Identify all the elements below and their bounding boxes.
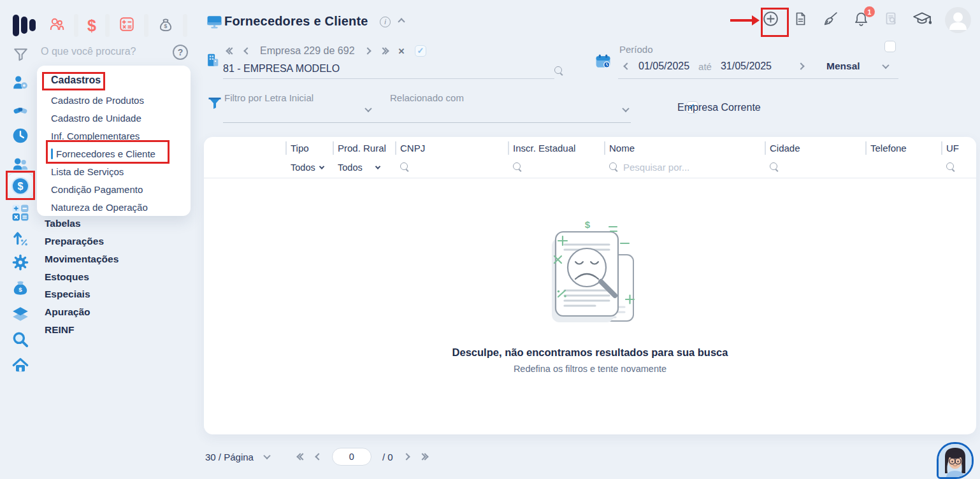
sidebar-section-apuracao[interactable]: Apuração	[45, 306, 90, 318]
menu-item-cadastro-unidade[interactable]: Cadastro de Unidade	[37, 109, 191, 127]
sidebar-search-icon[interactable]	[11, 331, 29, 348]
column-nome[interactable]: Nome	[604, 137, 765, 157]
sidebar-calculator-icon[interactable]	[11, 204, 29, 222]
last-page-button[interactable]	[420, 454, 428, 459]
sidebar-funnel-icon[interactable]	[13, 46, 29, 65]
help-icon[interactable]	[173, 45, 188, 60]
user-avatar[interactable]	[945, 7, 971, 33]
sidebar-search-input[interactable]	[41, 46, 162, 57]
svg-text:$: $	[164, 23, 167, 29]
building-icon	[205, 52, 222, 71]
letter-filter-underline[interactable]	[223, 122, 405, 123]
empty-title: Desculpe, não encontramos resultados par…	[452, 347, 728, 359]
sidebar-home-icon[interactable]	[11, 357, 29, 375]
info-icon[interactable]	[380, 17, 391, 27]
column-blank	[204, 137, 285, 157]
company-position-label: Empresa 229 de 692	[260, 45, 355, 57]
billing-module-icon[interactable]: $	[87, 18, 96, 33]
period-until-label: até	[698, 61, 712, 72]
next-page-button[interactable]	[403, 453, 410, 460]
menu-item-condicao-pagamento[interactable]: Condição Pagamento	[37, 180, 191, 198]
search-icon	[770, 162, 779, 172]
filter-inscr-search[interactable]	[508, 157, 604, 178]
company-search-icon[interactable]	[554, 66, 564, 76]
collapse-chevron-icon[interactable]	[398, 18, 405, 25]
sidebar-section-estoques[interactable]: Estoques	[45, 271, 89, 283]
notes-icon[interactable]	[793, 11, 809, 29]
table-filter-row: Todos Todos	[204, 157, 976, 178]
moneybag-module-icon[interactable]: $	[157, 16, 174, 35]
nome-search-input[interactable]	[623, 162, 719, 173]
per-page-chevron-icon[interactable]	[263, 452, 270, 459]
period-next-button[interactable]	[797, 62, 804, 69]
sidebar-handshake-icon[interactable]	[11, 101, 29, 118]
module-separator	[183, 14, 187, 37]
column-uf[interactable]: UF	[941, 137, 976, 157]
company-first-button[interactable]	[227, 48, 234, 54]
module-separator	[144, 14, 148, 37]
column-inscr-estadual[interactable]: Inscr. Estadual	[508, 137, 604, 157]
menu-item-cadastro-produtos[interactable]: Cadastro de Produtos	[37, 91, 191, 109]
first-page-button[interactable]	[298, 454, 305, 459]
letter-filter-chevron-icon[interactable]	[364, 105, 371, 112]
sidebar-moneybag-icon[interactable]: $	[11, 279, 29, 297]
period-mode-chevron-icon[interactable]	[882, 62, 889, 69]
module-icon-row: $ $	[48, 14, 187, 37]
sidebar-clock-icon[interactable]	[11, 127, 29, 145]
column-prod-rural[interactable]: Prod. Rural	[333, 137, 395, 157]
column-telefone[interactable]: Telefone	[865, 137, 941, 157]
column-tipo[interactable]: Tipo	[285, 137, 333, 157]
notification-badge: 1	[864, 6, 875, 17]
sidebar-gear-icon[interactable]	[11, 254, 29, 271]
period-prev-button[interactable]	[623, 62, 630, 69]
filter-nome-search[interactable]	[604, 157, 765, 178]
company-nav-checkbox[interactable]	[415, 45, 426, 57]
sidebar-section-reinf[interactable]: REINF	[45, 324, 75, 336]
sidebar-layers-icon[interactable]	[11, 305, 29, 323]
related-filter-chevron-icon[interactable]	[622, 105, 629, 112]
filter-uf-search[interactable]	[941, 157, 976, 178]
company-prev-button[interactable]	[243, 47, 250, 54]
company-next-button[interactable]	[364, 47, 371, 54]
no-results-illustration: $	[533, 218, 647, 336]
sidebar-trending-icon[interactable]	[11, 229, 29, 247]
calculator-module-icon[interactable]	[119, 16, 135, 35]
filter-prod-rural-select[interactable]: Todos	[333, 157, 395, 178]
assistant-avatar-button[interactable]	[937, 442, 974, 479]
clients-module-icon[interactable]	[48, 16, 65, 35]
menu-item-lista-servicos[interactable]: Lista de Serviços	[37, 162, 191, 180]
annotation-box-fornecedores	[46, 140, 169, 164]
period-end-date[interactable]: 31/05/2025	[721, 61, 772, 72]
header-checkbox[interactable]	[884, 41, 896, 52]
letter-filter-label: Filtro por Letra Inicial	[224, 92, 313, 103]
broom-icon[interactable]	[822, 10, 839, 30]
column-cnpj[interactable]: CNPJ	[395, 137, 508, 157]
page-total-label: / 0	[382, 452, 393, 462]
period-mode-select[interactable]: Mensal	[826, 61, 860, 72]
prev-page-button[interactable]	[315, 453, 322, 460]
company-clear-icon[interactable]	[398, 45, 405, 57]
sidebar-section-especiais[interactable]: Especiais	[45, 289, 90, 300]
menu-item-natureza-operacao[interactable]: Natureza de Operação	[37, 198, 191, 216]
period-start-date[interactable]: 01/05/2025	[638, 61, 689, 72]
sidebar-section-preparacoes[interactable]: Preparações	[45, 236, 104, 247]
annotation-arrow-line	[730, 19, 752, 22]
filter-cidade-search[interactable]	[765, 157, 865, 178]
company-name[interactable]: 81 - EMPRESA MODELO	[223, 63, 340, 75]
sidebar-user-settings-icon[interactable]	[11, 74, 29, 92]
sidebar-section-tabelas[interactable]: Tabelas	[45, 218, 81, 229]
module-separator	[74, 14, 78, 37]
doc-search-icon	[883, 11, 899, 29]
per-page-select[interactable]: 30 / Página	[205, 452, 254, 462]
sidebar-section-movimentacoes[interactable]: Movimentações	[45, 254, 119, 265]
academy-cap-icon[interactable]	[912, 10, 932, 31]
bell-icon[interactable]: 1	[853, 10, 870, 30]
period-underline	[618, 78, 898, 79]
brand-logo[interactable]	[13, 14, 36, 39]
filter-tipo-select[interactable]: Todos	[285, 157, 333, 178]
filter-cnpj-search[interactable]	[395, 157, 508, 178]
column-cidade[interactable]: Cidade	[765, 137, 865, 157]
page-number-input[interactable]	[332, 448, 371, 466]
related-filter-underline[interactable]	[389, 122, 631, 123]
company-last-button[interactable]	[380, 48, 388, 54]
